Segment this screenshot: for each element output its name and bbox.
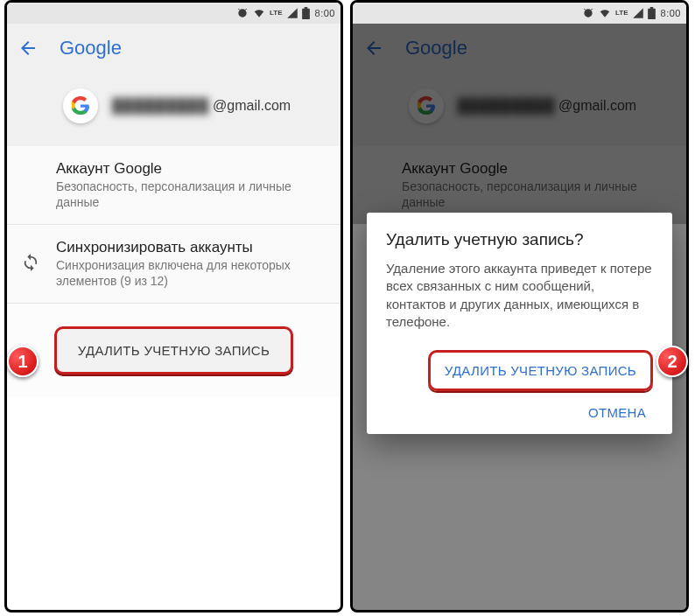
step-2-highlight: УДАЛИТЬ УЧЕТНУЮ ЗАПИСЬ bbox=[428, 350, 653, 391]
remove-account-button[interactable]: УДАЛИТЬ УЧЕТНУЮ ЗАПИСЬ bbox=[66, 334, 282, 367]
email-domain: @gmail.com bbox=[213, 98, 291, 114]
item-google-account[interactable]: Аккаунт Google Безопасность, персонализа… bbox=[7, 146, 340, 224]
step-1-highlight: УДАЛИТЬ УЧЕТНУЮ ЗАПИСЬ bbox=[54, 326, 293, 374]
account-header: █████████ @gmail.com bbox=[7, 73, 340, 146]
dialog-confirm-button[interactable]: УДАЛИТЬ УЧЕТНУЮ ЗАПИСЬ bbox=[438, 358, 643, 383]
email-local-hidden: █████████ bbox=[112, 98, 209, 114]
back-arrow-icon[interactable] bbox=[18, 38, 39, 59]
clock-label: 8:00 bbox=[315, 8, 335, 18]
clock-label: 8:00 bbox=[661, 8, 681, 18]
step-badge-1: 1 bbox=[7, 346, 39, 377]
screen-2: LTE 8:00 Google █████████@gmail.com Акка… bbox=[350, 0, 689, 612]
item-sync-accounts[interactable]: Синхронизировать аккаунты Синхронизация … bbox=[7, 225, 340, 303]
item-subtitle: Безопасность, персонализация и личные да… bbox=[56, 179, 326, 210]
item-title: Аккаунт Google bbox=[56, 160, 326, 178]
sync-icon bbox=[21, 253, 40, 276]
remove-account-dialog: Удалить учетную запись? Удаление этого а… bbox=[367, 213, 672, 434]
status-bar: LTE 8:00 bbox=[353, 3, 686, 24]
battery-icon bbox=[648, 7, 656, 19]
settings-list: Аккаунт Google Безопасность, персонализа… bbox=[7, 146, 340, 303]
item-title: Синхронизировать аккаунты bbox=[56, 239, 326, 256]
lte-label: LTE bbox=[615, 10, 628, 17]
item-subtitle: Синхронизация включена для некоторых эле… bbox=[56, 258, 326, 289]
dialog-actions: УДАЛИТЬ УЧЕТНУЮ ЗАПИСЬ ОТМЕНА bbox=[386, 350, 653, 425]
screen-1: LTE 8:00 Google █████████ @gmail.com Акк… bbox=[4, 0, 343, 612]
google-logo-icon bbox=[63, 88, 98, 123]
alarm-icon bbox=[582, 7, 594, 19]
wifi-icon bbox=[252, 7, 266, 19]
status-bar: LTE 8:00 bbox=[7, 3, 340, 24]
dialog-title: Удалить учетную запись? bbox=[386, 230, 653, 249]
dialog-body: Удаление этого аккаунта приведет к потер… bbox=[386, 260, 653, 331]
dialog-cancel-button[interactable]: ОТМЕНА bbox=[581, 400, 653, 425]
signal-icon bbox=[632, 7, 644, 19]
remove-account-row: УДАЛИТЬ УЧЕТНУЮ ЗАПИСЬ bbox=[7, 303, 340, 397]
step-badge-2: 2 bbox=[656, 346, 688, 377]
battery-icon bbox=[302, 7, 310, 19]
lte-label: LTE bbox=[270, 10, 283, 17]
app-bar: Google bbox=[7, 24, 340, 73]
page-title: Google bbox=[60, 37, 122, 60]
alarm-icon bbox=[236, 7, 249, 19]
signal-icon bbox=[286, 7, 298, 19]
wifi-icon bbox=[598, 7, 612, 19]
account-email: █████████ @gmail.com bbox=[112, 98, 291, 114]
